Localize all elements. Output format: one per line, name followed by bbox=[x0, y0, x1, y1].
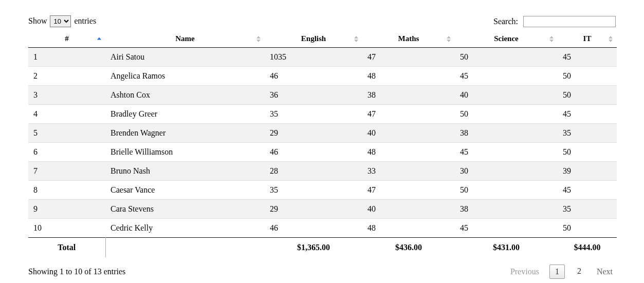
cell-maths: 47 bbox=[362, 105, 455, 124]
table-row: 5Brenden Wagner29403835 bbox=[28, 124, 617, 143]
table-row: 4Bradley Greer35475045 bbox=[28, 105, 617, 124]
table-row: 9Cara Stevens29403835 bbox=[28, 200, 617, 219]
cell-english: 36 bbox=[265, 86, 362, 105]
cell-idx: 5 bbox=[28, 124, 105, 143]
cell-science: 40 bbox=[455, 86, 558, 105]
cell-it: 39 bbox=[558, 162, 617, 181]
cell-it: 45 bbox=[558, 181, 617, 200]
cell-science: 45 bbox=[455, 67, 558, 86]
sort-both-icon bbox=[447, 36, 451, 42]
cell-english: 46 bbox=[265, 143, 362, 162]
cell-it: 50 bbox=[558, 67, 617, 86]
data-table: # Name English Maths Science IT bbox=[28, 30, 617, 257]
cell-idx: 2 bbox=[28, 67, 105, 86]
cell-name: Brielle Williamson bbox=[105, 143, 265, 162]
length-select[interactable]: 10 bbox=[50, 15, 71, 27]
cell-it: 50 bbox=[558, 143, 617, 162]
cell-name: Angelica Ramos bbox=[105, 67, 265, 86]
footer-total-label: Total bbox=[28, 238, 105, 258]
cell-english: 1035 bbox=[265, 48, 362, 67]
footer-science-total: $431.00 bbox=[455, 238, 558, 258]
cell-english: 28 bbox=[265, 162, 362, 181]
cell-maths: 47 bbox=[362, 181, 455, 200]
col-header-label: IT bbox=[583, 34, 592, 43]
cell-science: 45 bbox=[455, 143, 558, 162]
table-row: 3Ashton Cox36384050 bbox=[28, 86, 617, 105]
col-header-maths[interactable]: Maths bbox=[362, 30, 455, 48]
table-header-row: # Name English Maths Science IT bbox=[28, 30, 617, 48]
col-header-index[interactable]: # bbox=[28, 30, 105, 48]
cell-maths: 38 bbox=[362, 86, 455, 105]
cell-science: 38 bbox=[455, 200, 558, 219]
cell-it: 45 bbox=[558, 48, 617, 67]
cell-maths: 40 bbox=[362, 124, 455, 143]
footer-maths-total: $436.00 bbox=[362, 238, 455, 258]
cell-science: 50 bbox=[455, 48, 558, 67]
cell-it: 35 bbox=[558, 124, 617, 143]
cell-english: 35 bbox=[265, 181, 362, 200]
cell-maths: 47 bbox=[362, 48, 455, 67]
cell-name: Cara Stevens bbox=[105, 200, 265, 219]
length-suffix: entries bbox=[74, 16, 96, 25]
cell-idx: 3 bbox=[28, 86, 105, 105]
col-header-english[interactable]: English bbox=[265, 30, 362, 48]
cell-name: Airi Satou bbox=[105, 48, 265, 67]
cell-english: 46 bbox=[265, 67, 362, 86]
cell-it: 35 bbox=[558, 200, 617, 219]
cell-it: 45 bbox=[558, 105, 617, 124]
cell-it: 50 bbox=[558, 219, 617, 238]
col-header-label: Name bbox=[175, 34, 195, 43]
search-control: Search: bbox=[493, 16, 616, 27]
table-row: 10Cedric Kelly46484550 bbox=[28, 219, 617, 238]
cell-name: Brenden Wagner bbox=[105, 124, 265, 143]
col-header-label: Science bbox=[494, 34, 518, 43]
sort-both-icon bbox=[256, 36, 261, 42]
cell-science: 38 bbox=[455, 124, 558, 143]
cell-science: 50 bbox=[455, 181, 558, 200]
cell-maths: 48 bbox=[362, 219, 455, 238]
col-header-name[interactable]: Name bbox=[105, 30, 265, 48]
search-label: Search: bbox=[493, 17, 518, 26]
cell-maths: 40 bbox=[362, 200, 455, 219]
previous-button[interactable]: Previous bbox=[507, 265, 542, 278]
sort-both-icon bbox=[549, 36, 554, 42]
cell-maths: 33 bbox=[362, 162, 455, 181]
col-header-label: Maths bbox=[398, 34, 419, 43]
cell-idx: 6 bbox=[28, 143, 105, 162]
cell-science: 50 bbox=[455, 105, 558, 124]
table-row: 8Caesar Vance35475045 bbox=[28, 181, 617, 200]
cell-maths: 48 bbox=[362, 67, 455, 86]
cell-science: 30 bbox=[455, 162, 558, 181]
cell-idx: 10 bbox=[28, 219, 105, 238]
cell-name: Ashton Cox bbox=[105, 86, 265, 105]
cell-it: 50 bbox=[558, 86, 617, 105]
col-header-it[interactable]: IT bbox=[558, 30, 617, 48]
cell-english: 29 bbox=[265, 124, 362, 143]
cell-english: 35 bbox=[265, 105, 362, 124]
cell-maths: 48 bbox=[362, 143, 455, 162]
page-number-1[interactable]: 1 bbox=[549, 265, 565, 279]
cell-name: Caesar Vance bbox=[105, 181, 265, 200]
sort-both-icon bbox=[354, 36, 358, 42]
table-info: Showing 1 to 10 of 13 entries bbox=[28, 267, 125, 276]
search-input[interactable] bbox=[523, 16, 616, 27]
page-number-2[interactable]: 2 bbox=[572, 265, 586, 279]
sort-both-icon bbox=[609, 36, 613, 42]
table-row: 6Brielle Williamson46484550 bbox=[28, 143, 617, 162]
cell-idx: 7 bbox=[28, 162, 105, 181]
cell-idx: 8 bbox=[28, 181, 105, 200]
pagination: Previous 12 Next bbox=[507, 265, 616, 279]
cell-english: 29 bbox=[265, 200, 362, 219]
cell-name: Bruno Nash bbox=[105, 162, 265, 181]
table-row: 1Airi Satou1035475045 bbox=[28, 48, 617, 67]
next-button[interactable]: Next bbox=[594, 265, 616, 278]
table-row: 7Bruno Nash28333039 bbox=[28, 162, 617, 181]
sort-asc-icon bbox=[97, 37, 101, 41]
footer-it-total: $444.00 bbox=[558, 238, 617, 258]
col-header-science[interactable]: Science bbox=[455, 30, 558, 48]
table-row: 2Angelica Ramos46484550 bbox=[28, 67, 617, 86]
table-footer-row: Total $1,365.00 $436.00 $431.00 $444.00 bbox=[28, 238, 617, 258]
footer-blank bbox=[105, 238, 265, 258]
col-header-label: # bbox=[65, 34, 69, 43]
length-prefix: Show bbox=[28, 16, 47, 25]
